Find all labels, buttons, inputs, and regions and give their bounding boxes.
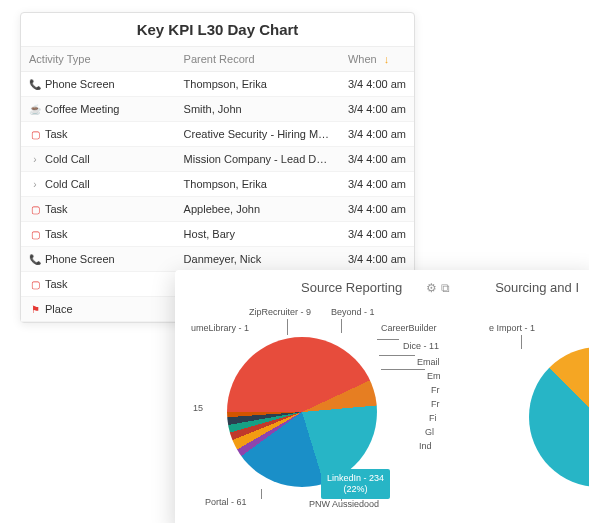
cell-parent-record: Danmeyer, Nick bbox=[176, 247, 340, 272]
label-em: Em bbox=[427, 371, 441, 381]
label-beyond: Beyond - 1 bbox=[331, 307, 375, 317]
leader-line bbox=[381, 369, 425, 370]
leader-line bbox=[287, 319, 288, 335]
chart-title-source-reporting: Source Reporting bbox=[301, 280, 402, 295]
pie-tooltip-linkedin: LinkedIn - 234 (22%) bbox=[321, 469, 390, 499]
cell-when: 3/4 4:00 am bbox=[340, 147, 414, 172]
label-ziprecruiter: ZipRecruiter - 9 bbox=[249, 307, 311, 317]
table-row[interactable]: ▢TaskCreative Security - Hiring Mana...3… bbox=[21, 122, 414, 147]
task-icon: ▢ bbox=[29, 204, 41, 215]
call-icon: › bbox=[29, 154, 41, 165]
activity-text: Phone Screen bbox=[45, 78, 115, 90]
table-row[interactable]: 📞Phone ScreenThompson, Erika3/4 4:00 am bbox=[21, 72, 414, 97]
cell-when: 3/4 4:00 am bbox=[340, 97, 414, 122]
cell-when: 3/4 4:00 am bbox=[340, 197, 414, 222]
activity-text: Task bbox=[45, 203, 68, 215]
label-fr1: Fr bbox=[431, 385, 440, 395]
place-icon: ⚑ bbox=[29, 304, 41, 315]
activity-text: Task bbox=[45, 228, 68, 240]
activity-text: Phone Screen bbox=[45, 253, 115, 265]
table-row[interactable]: ▢TaskApplebee, John3/4 4:00 am bbox=[21, 197, 414, 222]
task-icon: ▢ bbox=[29, 229, 41, 240]
chart-card: Source Reporting ⚙ ⧉ Sourcing and I ZipR… bbox=[175, 270, 589, 523]
pie-sourcing[interactable] bbox=[500, 318, 589, 516]
label-portal: Portal - 61 bbox=[205, 497, 247, 507]
cell-when: 3/4 4:00 am bbox=[340, 222, 414, 247]
chart-toolbar: ⚙ ⧉ bbox=[426, 281, 449, 295]
cell-parent-record: Host, Bary bbox=[176, 222, 340, 247]
col-when-label: When bbox=[348, 53, 377, 65]
settings-icon[interactable]: ⚙ bbox=[426, 281, 437, 295]
cell-activity: ›Cold Call bbox=[21, 172, 176, 197]
cell-when: 3/4 4:00 am bbox=[340, 122, 414, 147]
label-fifteen: 15 bbox=[193, 403, 203, 413]
col-when[interactable]: When ↓ bbox=[340, 47, 414, 72]
chart-body: ZipRecruiter - 9 Beyond - 1 umeLibrary -… bbox=[191, 299, 579, 509]
activity-text: Task bbox=[45, 128, 68, 140]
cell-parent-record: Creative Security - Hiring Mana... bbox=[176, 122, 340, 147]
task-icon: ▢ bbox=[29, 129, 41, 140]
cell-activity: ›Cold Call bbox=[21, 147, 176, 172]
table-title: Key KPI L30 Day Chart bbox=[21, 13, 414, 47]
label-dice: Dice - 11 bbox=[403, 341, 439, 351]
cell-activity: 📞Phone Screen bbox=[21, 72, 176, 97]
table-row[interactable]: ›Cold CallThompson, Erika3/4 4:00 am bbox=[21, 172, 414, 197]
label-pnw: PNW Aussiedood bbox=[309, 499, 379, 509]
table-row[interactable]: ▢TaskHost, Bary3/4 4:00 am bbox=[21, 222, 414, 247]
label-fi: Fi bbox=[429, 413, 437, 423]
col-activity-type[interactable]: Activity Type bbox=[21, 47, 176, 72]
chart-title-sourcing: Sourcing and I bbox=[495, 280, 579, 295]
cell-activity: ⚑Place bbox=[21, 297, 176, 322]
coffee-icon: ☕ bbox=[29, 104, 41, 115]
cell-activity: ▢Task bbox=[21, 197, 176, 222]
cell-activity: ▢Task bbox=[21, 122, 176, 147]
cell-parent-record: Smith, John bbox=[176, 97, 340, 122]
leader-line bbox=[341, 319, 342, 333]
cell-activity: ▢Task bbox=[21, 222, 176, 247]
cell-parent-record: Applebee, John bbox=[176, 197, 340, 222]
label-ind: Ind bbox=[419, 441, 432, 451]
col-parent-record[interactable]: Parent Record bbox=[176, 47, 340, 72]
cell-activity: ▢Task bbox=[21, 272, 176, 297]
label-gl: Gl bbox=[425, 427, 434, 437]
label-careerbuilder: CareerBuilder bbox=[381, 323, 437, 333]
cell-when: 3/4 4:00 am bbox=[340, 172, 414, 197]
cell-parent-record: Mission Company - Lead Develo... bbox=[176, 147, 340, 172]
label-fr2: Fr bbox=[431, 399, 440, 409]
cell-when: 3/4 4:00 am bbox=[340, 247, 414, 272]
cell-parent-record: Thompson, Erika bbox=[176, 172, 340, 197]
table-row[interactable]: ☕Coffee MeetingSmith, John3/4 4:00 am bbox=[21, 97, 414, 122]
cell-activity: ☕Coffee Meeting bbox=[21, 97, 176, 122]
sort-desc-icon: ↓ bbox=[384, 53, 390, 65]
label-umelibrary: umeLibrary - 1 bbox=[191, 323, 249, 333]
pie-source-reporting[interactable] bbox=[227, 337, 377, 487]
table-row[interactable]: 📞Phone ScreenDanmeyer, Nick3/4 4:00 am bbox=[21, 247, 414, 272]
activity-text: Coffee Meeting bbox=[45, 103, 119, 115]
table-row[interactable]: ›Cold CallMission Company - Lead Develo.… bbox=[21, 147, 414, 172]
phone-icon: 📞 bbox=[29, 254, 41, 265]
popout-icon[interactable]: ⧉ bbox=[441, 281, 450, 295]
activity-text: Cold Call bbox=[45, 178, 90, 190]
label-email: Email bbox=[417, 357, 440, 367]
task-icon: ▢ bbox=[29, 279, 41, 290]
phone-icon: 📞 bbox=[29, 79, 41, 90]
tooltip-line1: LinkedIn - 234 bbox=[327, 473, 384, 484]
call-icon: › bbox=[29, 179, 41, 190]
cell-activity: 📞Phone Screen bbox=[21, 247, 176, 272]
cell-when: 3/4 4:00 am bbox=[340, 72, 414, 97]
leader-line bbox=[521, 335, 522, 349]
leader-line bbox=[379, 355, 415, 356]
activity-text: Place bbox=[45, 303, 73, 315]
activity-text: Task bbox=[45, 278, 68, 290]
leader-line bbox=[261, 489, 262, 499]
chart-header: Source Reporting ⚙ ⧉ Sourcing and I bbox=[191, 280, 579, 295]
table-header-row: Activity Type Parent Record When ↓ bbox=[21, 47, 414, 72]
cell-parent-record: Thompson, Erika bbox=[176, 72, 340, 97]
leader-line bbox=[377, 339, 399, 340]
label-import: e Import - 1 bbox=[489, 323, 535, 333]
tooltip-line2: (22%) bbox=[327, 484, 384, 495]
activity-text: Cold Call bbox=[45, 153, 90, 165]
